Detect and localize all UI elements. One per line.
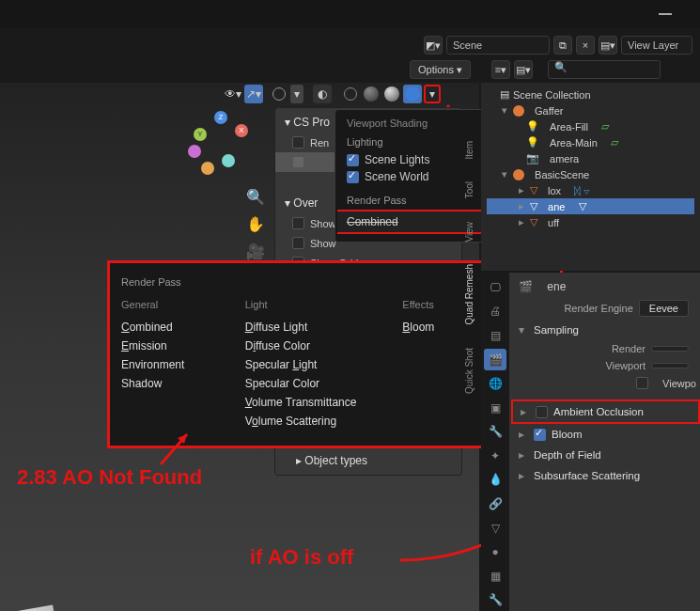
options-button[interactable]: Options ▾ [410, 60, 471, 79]
render-samples-row: Render [511, 340, 700, 357]
shading-solid-button[interactable] [362, 85, 381, 103]
bloom-section[interactable]: ▸Bloom [511, 424, 700, 445]
props-tab-texture[interactable]: ▦ [484, 565, 506, 588]
render-engine-row: Render Engine Eevee [511, 297, 700, 320]
viewport-side-toolbar: 🔍 ✋ 🎥 [244, 188, 267, 260]
viewlayer-dropdown-icon[interactable]: ▤▾ [599, 36, 617, 55]
annotation-ao-not-found: 2.83 AO Not Found [17, 465, 202, 490]
ambient-occlusion-section[interactable]: ▸Ambient Occlusion [511, 400, 700, 424]
search-input[interactable]: 🔍 [548, 60, 661, 79]
props-tab-object[interactable]: ▣ [484, 397, 506, 419]
overlay-dropdown-icon[interactable]: ▾ [290, 85, 303, 103]
outliner-row[interactable]: 💡 Area-Fill ▱ [487, 118, 694, 134]
cs-pro-label: CS Pro [293, 116, 330, 129]
rp-item[interactable]: Volume Transmittance [245, 393, 392, 412]
checkbox-checked-icon[interactable] [347, 154, 359, 166]
rp-item[interactable]: Environment [121, 355, 234, 374]
checkbox[interactable] [292, 217, 304, 229]
window-titlebar [0, 0, 700, 28]
zoom-icon[interactable]: 🔍 [244, 188, 267, 206]
render-samples-field[interactable] [651, 346, 689, 352]
rp-item[interactable]: Shadow [121, 374, 234, 393]
options-row: Options ▾ ≡▾ ▤▾ 🔍 [0, 58, 700, 81]
npanel-tab[interactable]: Quick Shot [462, 340, 476, 401]
annotation-if-ao-off: if AO is off [250, 545, 353, 570]
checkbox[interactable] [292, 136, 304, 149]
outliner-row-selected[interactable]: ▸▽ ane ▽ [487, 198, 694, 214]
render-engine-label: Render Engine [522, 303, 633, 314]
rp-item[interactable]: Diffuse Color [245, 337, 392, 355]
scene-name-field[interactable]: Scene [446, 36, 550, 55]
rp-item[interactable]: Volume Scattering [245, 412, 392, 431]
rp-item[interactable]: Specular Color [245, 374, 392, 393]
checkbox[interactable] [536, 406, 548, 418]
props-tab-physics[interactable]: 💧 [484, 469, 506, 492]
outliner-row[interactable]: ▾ BasicScene [487, 166, 694, 182]
shading-dropdown-button[interactable]: ▾ [424, 85, 441, 103]
pan-icon[interactable]: ✋ [244, 215, 267, 233]
outliner-row[interactable]: ▸▽ lox ᛞ ▽ [487, 182, 694, 198]
object-types-header[interactable]: ▸ Object types [275, 450, 461, 471]
props-tab-world[interactable]: 🌐 [484, 372, 506, 395]
shading-wireframe-button[interactable] [341, 85, 360, 103]
props-tab-constraints[interactable]: 🔗 [484, 493, 506, 515]
props-tab-output[interactable]: 🖨 [484, 301, 506, 323]
viewport-samples-field[interactable] [651, 363, 689, 368]
close-scene-button[interactable]: × [576, 36, 595, 55]
props-tab-data[interactable]: ▽ [484, 517, 506, 540]
checkbox[interactable] [292, 237, 304, 249]
mesh-object [0, 604, 67, 611]
scene-breadcrumb[interactable]: 🎬 ene [511, 276, 700, 297]
rp-item[interactable]: Combined [121, 318, 234, 337]
filter-button[interactable]: ≡▾ [491, 60, 510, 79]
props-tab-viewlayer[interactable]: ▤ [484, 324, 506, 347]
camera-icon[interactable]: 🎥 [244, 243, 267, 260]
object-types-label: Object types [304, 454, 367, 467]
viewport-samples-row: Viewport [511, 357, 700, 374]
copy-scene-button[interactable]: ⧉ [553, 36, 572, 55]
checkbox[interactable] [636, 377, 648, 389]
properties-panel: 🖵 🖨 ▤ 🎬 🌐 ▣ 🔧 ✦ 💧 🔗 ▽ ● ▦ 🔧 🎬 ene Render… [481, 273, 700, 611]
viewport-denoise-row[interactable]: Viewpo [511, 374, 700, 392]
outliner[interactable]: ▤ Scene Collection ▾ Gaffer 💡 Area-Fill … [481, 83, 700, 271]
dof-section[interactable]: ▸Depth of Field [511, 445, 700, 465]
shading-rendered-button[interactable] [403, 85, 422, 103]
sampling-section[interactable]: ▾Sampling [511, 320, 700, 340]
checkbox-checked-icon[interactable] [347, 171, 359, 183]
properties-body: 🎬 ene Render Engine Eevee ▾Sampling Rend… [511, 273, 700, 611]
axis-gizmo[interactable]: Z X Y [188, 111, 254, 177]
gizmo-icon[interactable]: ↗▾ [244, 85, 263, 103]
shading-lookdev-button[interactable] [382, 85, 401, 103]
scene-dropdown-icon[interactable]: ◩▾ [424, 36, 443, 55]
props-tab-scene[interactable]: 🎬 [484, 349, 506, 371]
checkbox-checked-icon[interactable] [534, 429, 546, 441]
outliner-row[interactable]: ▾ Gaffer [487, 102, 694, 118]
outliner-row[interactable]: ▸▽ uff [487, 214, 694, 230]
overlay-globe-icon[interactable] [270, 85, 288, 103]
xray-icon[interactable]: ◐ [313, 85, 332, 103]
overlays-label: Over [293, 196, 318, 210]
layer-button[interactable]: ▤▾ [514, 60, 533, 79]
npanel-tab[interactable]: View [462, 214, 476, 250]
visibility-icon[interactable]: 👁▾ [224, 85, 242, 103]
props-tab-particles[interactable]: ✦ [484, 445, 506, 467]
viewlayer-field[interactable]: View Layer [621, 36, 692, 55]
minimize-icon[interactable] [659, 13, 672, 15]
outliner-row[interactable]: 💡 Area-Main ▱ [487, 134, 694, 150]
checkbox[interactable] [292, 156, 304, 168]
options-label: Options [418, 64, 454, 75]
rp-item[interactable]: Specular Light [245, 355, 392, 374]
outliner-row[interactable]: ▤ Scene Collection [487, 86, 694, 102]
outliner-row[interactable]: 📷 amera [487, 150, 694, 166]
rp-item[interactable]: Diffuse Light [245, 318, 392, 337]
rp-item[interactable]: Emission [121, 337, 234, 355]
props-tab-render[interactable]: 🖵 [484, 276, 506, 299]
props-tab-tool[interactable]: 🔧 [484, 589, 506, 611]
npanel-tab[interactable]: Quad Remesh [462, 257, 476, 332]
npanel-tab[interactable]: Item [462, 133, 476, 166]
props-tab-material[interactable]: ● [484, 540, 506, 563]
render-engine-dropdown[interactable]: Eevee [639, 300, 689, 317]
sss-section[interactable]: ▸Subsurface Scattering [511, 465, 700, 486]
props-tab-modifiers[interactable]: 🔧 [484, 420, 506, 443]
npanel-tab[interactable]: Tool [462, 174, 476, 206]
